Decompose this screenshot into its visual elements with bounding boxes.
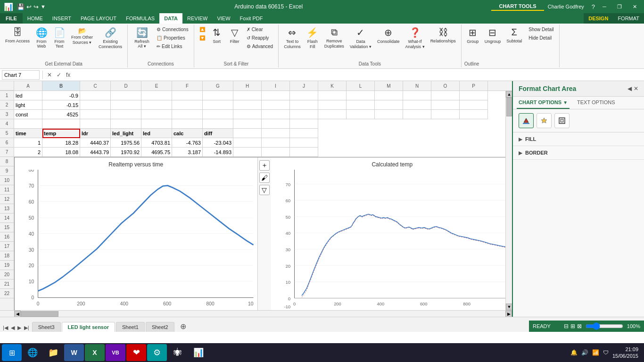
- row-header-17[interactable]: 17: [0, 242, 14, 251]
- h-scroll-thumb[interactable]: [21, 311, 58, 317]
- chart-filters-button[interactable]: ▽: [259, 185, 270, 195]
- cell-B3[interactable]: 4525: [42, 110, 80, 119]
- cell-I4[interactable]: [262, 119, 290, 129]
- cell-F2[interactable]: [172, 100, 203, 110]
- chart-calculated[interactable]: Calculated temp 10 20: [271, 157, 506, 310]
- row-header-3[interactable]: 3: [0, 110, 14, 119]
- row-header-7[interactable]: 7: [0, 148, 14, 157]
- antivirus-icon[interactable]: 🛡: [603, 349, 609, 356]
- quick-access-more[interactable]: ▼: [41, 4, 46, 9]
- sheet-nav-prev[interactable]: ◀: [10, 324, 16, 332]
- cell-C5[interactable]: ldr: [80, 129, 111, 138]
- cell-M1[interactable]: [375, 91, 403, 100]
- sheet-tab-sheet2[interactable]: Sheet2: [146, 322, 174, 332]
- confirm-formula-button[interactable]: ✓: [55, 72, 63, 78]
- cell-F7[interactable]: 3.187: [172, 148, 203, 157]
- col-header-C[interactable]: C: [80, 81, 111, 90]
- chart-realtemp[interactable]: Realtemp versus time 10: [15, 157, 258, 310]
- sheet-nav-next[interactable]: ▶: [17, 324, 22, 332]
- panel-back-button[interactable]: ◀: [627, 85, 632, 92]
- close-button[interactable]: ✕: [629, 2, 640, 11]
- sort-button[interactable]: ⇅ Sort: [208, 25, 225, 45]
- from-other-sources-button[interactable]: 📂 From OtherSources ▾: [69, 25, 95, 47]
- vertical-scrollbar[interactable]: ▲ ▼: [505, 91, 512, 310]
- cell-A7[interactable]: 2: [14, 148, 42, 157]
- app8-button[interactable]: 🕷: [168, 344, 188, 361]
- col-header-J[interactable]: J: [290, 81, 318, 90]
- notification-icon[interactable]: 🔔: [570, 349, 578, 356]
- cell-G4[interactable]: [203, 119, 233, 129]
- app9-button[interactable]: 📊: [189, 344, 208, 361]
- cell-C4[interactable]: [80, 119, 111, 129]
- cell-M3[interactable]: [375, 110, 403, 119]
- explorer-button[interactable]: 📁: [43, 344, 63, 361]
- row-header-21[interactable]: 21: [0, 280, 14, 289]
- cell-F6[interactable]: -4.763: [172, 138, 203, 148]
- col-header-O[interactable]: O: [431, 81, 460, 90]
- cell-J5[interactable]: [290, 129, 318, 138]
- sheet-nav-first[interactable]: |◀: [2, 324, 9, 332]
- row-header-9[interactable]: 9: [0, 166, 14, 176]
- help-icon[interactable]: ?: [592, 3, 595, 10]
- cell-I6[interactable]: [262, 138, 290, 148]
- tab-file[interactable]: FILE: [0, 13, 23, 24]
- cell-O3[interactable]: [431, 110, 460, 119]
- clear-button[interactable]: ✗ Clear: [244, 25, 275, 33]
- fill-section[interactable]: ▶ FILL: [513, 132, 644, 146]
- row-header-18[interactable]: 18: [0, 251, 14, 261]
- page-break-view-button[interactable]: ⊠: [577, 323, 582, 329]
- what-if-button[interactable]: ❓ What-IfAnalysis ▾: [403, 25, 427, 51]
- h-scroll-track[interactable]: [21, 311, 505, 317]
- cell-G3[interactable]: [203, 110, 233, 119]
- data-validation-button[interactable]: ✓ DataValidation ▾: [347, 25, 374, 51]
- existing-connections-button[interactable]: 🔗 ExistingConnections: [96, 25, 124, 51]
- title-left-icons[interactable]: 📊 💾 ↩ ↪ ▼: [4, 2, 46, 11]
- cell-B7[interactable]: 18.08: [42, 148, 80, 157]
- col-header-L[interactable]: L: [347, 81, 375, 90]
- col-header-P[interactable]: P: [460, 81, 488, 90]
- page-layout-view-button[interactable]: ⊞: [570, 323, 575, 329]
- cell-B6[interactable]: 18.28: [42, 138, 80, 148]
- tab-formulas[interactable]: FORMULAS: [121, 13, 159, 24]
- row-header-16[interactable]: 16: [0, 232, 14, 242]
- scroll-thumb[interactable]: [506, 98, 512, 116]
- tab-text-options[interactable]: TEXT OPTIONS: [575, 97, 617, 109]
- cell-H5[interactable]: [233, 129, 262, 138]
- tab-view[interactable]: VIEW: [212, 13, 235, 24]
- sheet-nav-last[interactable]: ▶|: [23, 324, 30, 332]
- col-header-F[interactable]: F: [172, 81, 203, 90]
- cell-I7[interactable]: [262, 148, 290, 157]
- cell-N3[interactable]: [403, 110, 431, 119]
- fill-effects-icon-btn[interactable]: [519, 113, 534, 128]
- edit-links-button[interactable]: ✏ Edit Links: [154, 42, 191, 50]
- from-text-button[interactable]: 📄 FromText: [51, 25, 68, 50]
- scroll-up-button[interactable]: ▲: [506, 91, 512, 98]
- vb-button[interactable]: VB: [106, 344, 125, 361]
- consolidate-button[interactable]: ⊕ Consolidate: [375, 25, 402, 45]
- col-header-B[interactable]: B: [42, 81, 80, 90]
- col-header-E[interactable]: E: [141, 81, 172, 90]
- cell-N2[interactable]: [403, 100, 431, 110]
- cell-K2[interactable]: [318, 100, 347, 110]
- group-button[interactable]: ⊞ Group: [464, 25, 481, 45]
- show-detail-button[interactable]: Show Detail: [526, 25, 556, 33]
- network-icon[interactable]: 📶: [592, 349, 599, 356]
- advanced-button[interactable]: ⚙ Advanced: [244, 42, 275, 50]
- cell-C6[interactable]: 4440.37: [80, 138, 111, 148]
- tab-format[interactable]: FORMAT: [613, 13, 644, 24]
- cell-A6[interactable]: 1: [14, 138, 42, 148]
- excel-taskbar-button[interactable]: X: [85, 344, 105, 361]
- cell-L2[interactable]: [347, 100, 375, 110]
- cell-F3[interactable]: [172, 110, 203, 119]
- text-to-columns-button[interactable]: ⇔ Text toColumns: [281, 25, 303, 51]
- col-header-H[interactable]: H: [233, 81, 262, 90]
- tab-review[interactable]: REVIEW: [182, 13, 212, 24]
- cell-D1[interactable]: [111, 91, 141, 100]
- arduino-button[interactable]: ⚙: [147, 344, 167, 361]
- cell-H1[interactable]: [233, 91, 262, 100]
- cell-F5[interactable]: calc: [172, 129, 203, 138]
- row-header-8[interactable]: 8: [0, 157, 14, 166]
- cell-A3[interactable]: const: [14, 110, 42, 119]
- cell-D7[interactable]: 1970.92: [111, 148, 141, 157]
- cell-A5[interactable]: time: [14, 129, 42, 138]
